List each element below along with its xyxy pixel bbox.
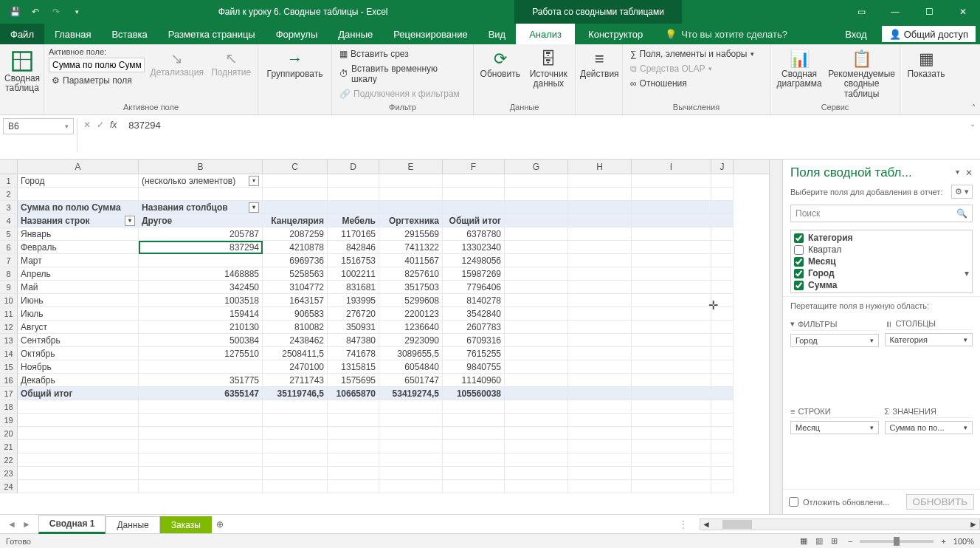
sheet-tab-pivot[interactable]: Сводная 1 xyxy=(38,515,106,534)
row-header[interactable]: 7 xyxy=(0,254,18,267)
cell[interactable] xyxy=(632,387,711,400)
zoom-slider[interactable] xyxy=(860,540,934,543)
cell[interactable] xyxy=(568,387,632,400)
cell[interactable]: 831681 xyxy=(328,281,379,294)
cell[interactable]: 6378780 xyxy=(443,227,505,241)
cell[interactable] xyxy=(632,267,711,281)
cell[interactable]: Общий итог xyxy=(18,387,139,400)
tab-home[interactable]: Главная xyxy=(44,24,101,44)
cell[interactable]: 159414 xyxy=(139,307,263,321)
cell[interactable] xyxy=(711,360,734,374)
cell[interactable] xyxy=(443,440,505,453)
cell[interactable] xyxy=(328,480,379,493)
cell[interactable] xyxy=(632,414,711,427)
row-header[interactable]: 16 xyxy=(0,374,18,387)
cell[interactable] xyxy=(568,214,632,227)
cell[interactable]: 1468885 xyxy=(139,267,263,281)
row-header[interactable]: 13 xyxy=(0,334,18,347)
cell[interactable]: Август xyxy=(18,321,139,334)
cell[interactable] xyxy=(263,414,328,427)
cell[interactable] xyxy=(568,334,632,347)
column-filter-icon[interactable]: ▾ xyxy=(249,202,259,213)
normal-view-icon[interactable]: ▦ xyxy=(797,536,810,545)
row-header[interactable]: 12 xyxy=(0,321,18,334)
row-header[interactable]: 24 xyxy=(0,480,18,493)
cell[interactable] xyxy=(632,347,711,360)
cell[interactable]: 7411322 xyxy=(379,241,443,254)
cell[interactable]: 2087259 xyxy=(263,227,328,241)
field-checkbox[interactable] xyxy=(794,245,804,255)
cell[interactable] xyxy=(632,241,711,254)
save-icon[interactable]: 💾 xyxy=(6,3,24,21)
row-header[interactable]: 9 xyxy=(0,281,18,294)
zone-values[interactable]: ΣЗНАЧЕНИЯ Сумма по по...▾ xyxy=(882,403,976,490)
sheet-tab-data[interactable]: Данные xyxy=(106,516,159,533)
grid-rows[interactable]: 1Город(несколько элементов)▾23Сумма по п… xyxy=(0,174,769,514)
column-header-D[interactable]: D xyxy=(328,160,379,174)
cell[interactable] xyxy=(263,480,328,493)
cell[interactable]: 2508411,5 xyxy=(263,347,328,360)
cancel-icon[interactable]: ✕ xyxy=(83,120,91,130)
taskpane-dropdown-icon[interactable]: ▾ xyxy=(956,168,959,178)
cell[interactable] xyxy=(505,400,568,414)
cell[interactable]: 1170165 xyxy=(328,227,379,241)
cell[interactable] xyxy=(568,227,632,241)
insert-timeline-button[interactable]: ⏱Вставить временную шкалу xyxy=(337,62,469,86)
cell[interactable]: 7615255 xyxy=(443,347,505,360)
cell[interactable]: 1575695 xyxy=(328,374,379,387)
cell[interactable] xyxy=(443,467,505,480)
cell[interactable] xyxy=(568,453,632,467)
cell[interactable] xyxy=(379,453,443,467)
cell[interactable]: 1236640 xyxy=(379,321,443,334)
fx-icon[interactable]: fx xyxy=(110,120,117,130)
cell[interactable] xyxy=(711,307,734,321)
cell[interactable] xyxy=(711,294,734,307)
field-checkbox[interactable] xyxy=(794,269,804,278)
cell[interactable] xyxy=(328,400,379,414)
field-settings-button[interactable]: ⚙ Параметры поля xyxy=(49,74,145,87)
cell[interactable] xyxy=(139,427,263,440)
cell[interactable]: Общий итог xyxy=(443,214,505,227)
column-header-A[interactable]: A xyxy=(18,160,139,174)
cell[interactable] xyxy=(263,467,328,480)
cell[interactable]: 105560038 xyxy=(443,387,505,400)
cell[interactable]: 205787 xyxy=(139,227,263,241)
field-item[interactable]: Квартал xyxy=(793,244,970,256)
cell[interactable] xyxy=(711,414,734,427)
cell[interactable] xyxy=(505,387,568,400)
cell[interactable] xyxy=(328,427,379,440)
gear-icon[interactable]: ⚙ ▾ xyxy=(951,185,973,199)
cell[interactable] xyxy=(568,281,632,294)
cell[interactable] xyxy=(505,188,568,201)
column-header-I[interactable]: I xyxy=(632,160,711,174)
row-header[interactable]: 3 xyxy=(0,201,18,214)
cell[interactable] xyxy=(711,241,734,254)
refresh-button[interactable]: ⟳Обновить xyxy=(478,47,522,79)
cell[interactable] xyxy=(568,440,632,453)
row-header[interactable]: 19 xyxy=(0,414,18,427)
cell[interactable]: 276720 xyxy=(328,307,379,321)
cell[interactable]: 2200123 xyxy=(379,307,443,321)
defer-update-checkbox[interactable] xyxy=(789,497,798,507)
field-search-input[interactable]: Поиск 🔍 xyxy=(790,205,973,222)
cell[interactable]: Сентябрь xyxy=(18,334,139,347)
cell[interactable] xyxy=(379,480,443,493)
field-item[interactable]: Сумма xyxy=(793,279,970,291)
minimize-icon[interactable]: — xyxy=(878,0,912,24)
tab-analyze[interactable]: Анализ xyxy=(516,24,575,44)
tell-me[interactable]: 💡 Что вы хотите сделать? xyxy=(656,24,796,44)
cell[interactable] xyxy=(632,440,711,453)
cell[interactable]: 1002211 xyxy=(328,267,379,281)
row-header[interactable]: 15 xyxy=(0,360,18,374)
cell[interactable] xyxy=(568,400,632,414)
cell[interactable]: Город xyxy=(18,174,139,188)
cell[interactable]: 2438462 xyxy=(263,334,328,347)
cell[interactable]: Февраль xyxy=(18,241,139,254)
cell[interactable] xyxy=(379,427,443,440)
cell[interactable] xyxy=(568,267,632,281)
filter-item[interactable]: Город▾ xyxy=(790,334,879,347)
cell[interactable] xyxy=(632,360,711,374)
cell[interactable] xyxy=(505,414,568,427)
cell[interactable] xyxy=(139,440,263,453)
active-field-input[interactable] xyxy=(49,58,145,72)
